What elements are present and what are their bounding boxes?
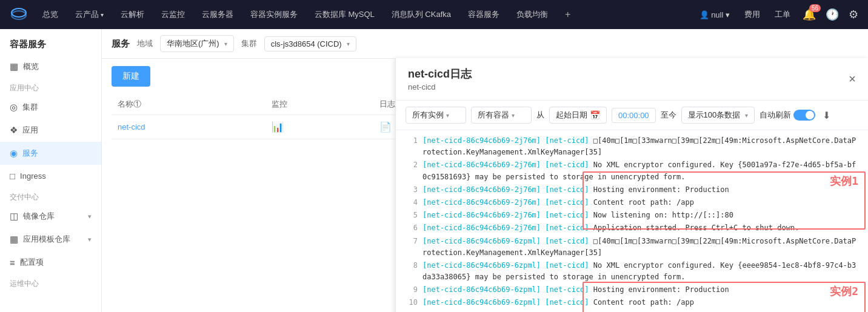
log-icon[interactable]: 📄: [379, 122, 392, 132]
top-nav-right: 👤 null ▾ 费用 工单 🔔 56 🕐 ⚙: [697, 8, 859, 21]
calendar-icon: 📅: [590, 110, 600, 120]
nav-cvm[interactable]: 云服务器: [199, 9, 236, 20]
cluster-value: cls-js3d8654 (CICD): [271, 39, 342, 48]
sidebar-item-image-repo[interactable]: ◫ 镜像仓库 ▾: [0, 205, 101, 228]
log-line: 5 [net-cicd-86c94c6b69-2j76m] [net-cicd]…: [406, 210, 858, 221]
nav-overview[interactable]: 总览: [40, 9, 61, 20]
service-icon: ◉: [10, 148, 18, 159]
log-line-num: 11: [406, 310, 418, 312]
nav-clb[interactable]: 负载均衡: [514, 9, 550, 20]
nav-ckafka[interactable]: 消息队列 CKafka: [389, 9, 453, 20]
create-button[interactable]: 新建: [112, 66, 150, 87]
log-line-num: 5: [406, 210, 418, 221]
nav-mysql[interactable]: 云数据库 MySQL: [312, 9, 377, 20]
app-template-icon: ▦: [10, 234, 18, 245]
log-panel: net-cicd日志 net-cicd × 所有实例 所有容器 从 起始日期 📅…: [395, 58, 868, 312]
log-line-text: [net-cicd-86c94c6b69-6zpml] [net-cicd] C…: [422, 297, 858, 308]
log-line-text: [net-cicd-86c94c6b69-2j76m] [net-cicd] N…: [422, 159, 858, 182]
nav-container[interactable]: 容器服务: [466, 9, 502, 20]
log-line-text: [net-cicd-86c94c6b69-6zpml] [net-cicd] H…: [422, 284, 858, 296]
log-line: 10 [net-cicd-86c94c6b69-6zpml] [net-cicd…: [406, 297, 858, 308]
expand-arrow-template: ▾: [88, 236, 92, 244]
download-icon[interactable]: ⬇: [823, 110, 830, 121]
log-line: 3 [net-cicd-86c94c6b69-2j76m] [net-cicd]…: [406, 184, 858, 196]
logo[interactable]: [10, 5, 28, 24]
log-toolbar: 所有实例 所有容器 从 起始日期 📅 00:00:00 至今 显示100条数据 …: [396, 101, 868, 130]
nav-container-instance[interactable]: 容器实例服务: [248, 9, 300, 20]
sidebar-item-overview[interactable]: ▦ 概览: [0, 55, 101, 78]
region-label: 地域: [137, 38, 153, 49]
nav-dns[interactable]: 云解析: [118, 9, 147, 20]
sidebar-label-config: 配置项: [20, 257, 44, 268]
log-line: 2 [net-cicd-86c94c6b69-2j76m] [net-cicd]…: [406, 159, 858, 182]
date-start-label: 起始日期: [556, 110, 587, 121]
log-line: 9 [net-cicd-86c94c6b69-6zpml] [net-cicd]…: [406, 284, 858, 296]
clock-icon[interactable]: 🕐: [826, 8, 839, 21]
container-select[interactable]: 所有容器: [471, 107, 532, 124]
log-line-num: 8: [406, 260, 418, 283]
sidebar-item-app-template[interactable]: ▦ 应用模板仓库 ▾: [0, 228, 101, 251]
time-input[interactable]: 00:00:00: [612, 108, 656, 123]
log-panel-title: net-cicd日志: [408, 67, 472, 81]
service-name-link[interactable]: net-cicd: [118, 122, 145, 131]
log-line: 1 [net-cicd-86c94c6b69-2j76m] [net-cicd]…: [406, 135, 858, 158]
log-content[interactable]: 1 [net-cicd-86c94c6b69-2j76m] [net-cicd]…: [396, 130, 868, 312]
log-line: 8 [net-cicd-86c94c6b69-6zpml] [net-cicd]…: [406, 260, 858, 283]
sidebar: 容器服务 ▦ 概览 应用中心 ◎ 集群 ❖ 应用 ◉ 服务 □ Ingress …: [0, 29, 102, 312]
cluster-icon: ◎: [10, 102, 18, 113]
log-line: 7 [net-cicd-86c94c6b69-6zpml] [net-cicd]…: [406, 236, 858, 259]
sidebar-section-ops: 运维中心: [0, 274, 101, 291]
nav-add[interactable]: +: [563, 9, 573, 20]
log-line-num: 4: [406, 197, 418, 208]
sidebar-label-cluster: 集群: [22, 102, 38, 113]
sidebar-label-ingress: Ingress: [20, 171, 46, 181]
nav-products[interactable]: 云产品: [73, 9, 106, 20]
nav-fee[interactable]: 费用: [742, 9, 763, 20]
config-icon: ≡: [10, 257, 15, 268]
sidebar-item-config[interactable]: ≡ 配置项: [0, 251, 101, 274]
log-line-text: [net-cicd-86c94c6b69-2j76m] [net-cicd] A…: [422, 222, 858, 234]
auto-refresh-toggle[interactable]: [793, 110, 815, 121]
nav-workorder[interactable]: 工单: [772, 9, 793, 20]
sidebar-title: 容器服务: [0, 29, 101, 55]
sidebar-item-ingress[interactable]: □ Ingress: [0, 165, 101, 187]
overview-icon: ▦: [10, 61, 18, 72]
sidebar-item-service[interactable]: ◉ 服务: [0, 142, 101, 165]
expand-arrow-image: ▾: [88, 213, 92, 221]
toggle-knob: [806, 111, 814, 119]
sidebar-label-app: 应用: [22, 125, 38, 136]
sidebar-item-app[interactable]: ❖ 应用: [0, 119, 101, 142]
region-select[interactable]: 华南地区(广州): [160, 35, 234, 52]
log-line-num: 1: [406, 135, 418, 158]
log-line: 4 [net-cicd-86c94c6b69-2j76m] [net-cicd]…: [406, 197, 858, 208]
service-page-title: 服务: [112, 38, 130, 50]
date-from-label: 从: [536, 110, 544, 121]
monitor-icon[interactable]: 📊: [272, 122, 284, 132]
sidebar-item-cluster[interactable]: ◎ 集群: [0, 96, 101, 119]
nav-monitor[interactable]: 云监控: [159, 9, 187, 20]
instance-select[interactable]: 所有实例: [406, 107, 466, 124]
sidebar-label-app-template: 应用模板仓库: [23, 234, 70, 245]
log-line-num: 6: [406, 222, 418, 234]
log-line-text: [net-cicd-86c94c6b69-2j76m] [net-cicd] N…: [422, 210, 858, 221]
sidebar-label-overview: 概览: [23, 61, 39, 72]
log-line-text: [net-cicd-86c94c6b69-2j76m] [net-cicd] C…: [422, 197, 858, 208]
log-line-num: 2: [406, 159, 418, 182]
until-label: 至今: [661, 110, 676, 121]
sidebar-label-image-repo: 镜像仓库: [23, 211, 55, 222]
auto-refresh-control: 自动刷新: [760, 110, 815, 121]
close-button[interactable]: ×: [849, 72, 856, 86]
col-monitor: 监控: [265, 94, 373, 115]
log-line-text: [net-cicd-86c94c6b69-2j76m] [net-cicd] H…: [422, 184, 858, 196]
container-select-label: 所有容器: [478, 110, 509, 121]
nav-user[interactable]: 👤 null ▾: [697, 10, 733, 19]
log-line-text: [net-cicd-86c94c6b69-6zpml] [net-cicd] N…: [422, 310, 858, 312]
top-navigation: 总览 云产品 云解析 云监控 云服务器 容器实例服务 云数据库 MySQL 消息…: [0, 0, 868, 29]
date-start-picker[interactable]: 起始日期 📅: [549, 107, 607, 124]
settings-icon[interactable]: ⚙: [849, 8, 858, 21]
log-line: 6 [net-cicd-86c94c6b69-2j76m] [net-cicd]…: [406, 222, 858, 234]
cluster-select[interactable]: cls-js3d8654 (CICD): [264, 36, 356, 51]
notification-bell[interactable]: 🔔 56: [803, 8, 816, 21]
log-line-num: 9: [406, 284, 418, 296]
display-count-select[interactable]: 显示100条数据: [681, 107, 755, 124]
